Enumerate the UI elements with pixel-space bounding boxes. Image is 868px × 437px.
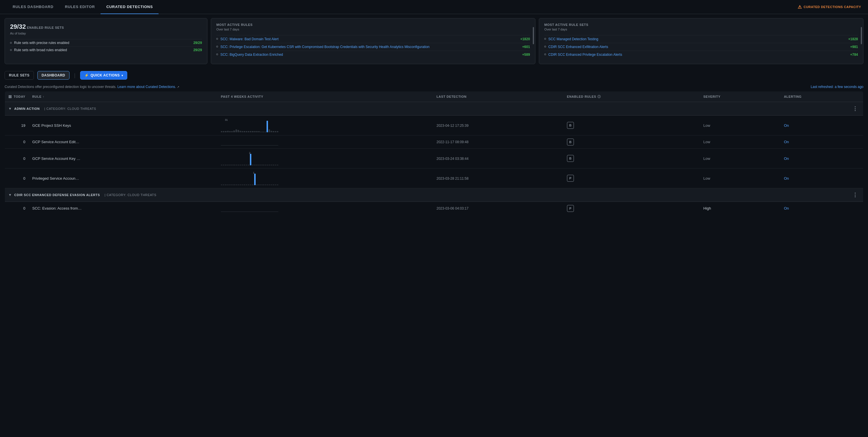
detection-time: 2022-11-17 08:09:48 — [437, 140, 468, 144]
bar — [233, 184, 235, 185]
bar — [225, 184, 226, 185]
bar — [267, 165, 268, 165]
col-rule[interactable]: RULE ↑ — [29, 91, 217, 102]
ruleset-count-0: +1828 — [848, 37, 858, 41]
dashboard-button[interactable]: DASHBOARD — [37, 71, 69, 80]
ruleset-link-2[interactable]: CDIR SCC Enhanced Privilege Escalation A… — [548, 53, 848, 57]
peak-label: 1 — [253, 171, 254, 174]
bar — [275, 165, 276, 165]
bar — [271, 165, 272, 165]
quick-actions-button[interactable]: ⚡ QUICK ACTIONS ▾ — [80, 71, 127, 80]
rule-link-0[interactable]: SCC: Malware: Bad Domain Test Alert — [220, 37, 518, 41]
bar — [227, 131, 229, 132]
table-row[interactable]: 19GCE Project SSH Keys312023-04-12 17:25… — [5, 116, 863, 136]
bar — [231, 131, 232, 132]
bar — [262, 132, 264, 132]
severity-cell: Low — [700, 136, 780, 149]
rule-link-2[interactable]: SCC: BigQuery Data Extraction Enriched — [220, 53, 520, 57]
bar — [256, 165, 258, 165]
bar — [236, 184, 237, 185]
tab-rules-editor[interactable]: RULES EDITOR — [59, 0, 100, 14]
chevron-toggle-icon[interactable]: ▼ — [8, 193, 12, 197]
detections-table-container: ⊠ TODAY RULE ↑ PAST 4 WEEKS ACTIVITY LAS… — [0, 91, 868, 220]
last-detection-cell: 2023-04-12 17:25:39 — [433, 116, 563, 136]
severity-cell: Low — [700, 116, 780, 136]
peak-label: 2 — [249, 151, 250, 154]
bar — [242, 165, 243, 165]
enabled-rules-cell: B — [563, 116, 700, 136]
rule-name-cell: GCP Service Account Key … — [29, 149, 217, 169]
col-today: ⊠ TODAY — [5, 91, 29, 102]
enabled-count: 29/32 — [10, 23, 26, 30]
active-ruleset-row-2: CDIR SCC Enhanced Privilege Escalation A… — [544, 51, 858, 58]
bar — [273, 184, 274, 185]
last-detection-cell: 2023-03-24 03:38:44 — [433, 149, 563, 169]
bar — [248, 184, 249, 185]
bar — [246, 131, 247, 132]
external-link-icon: ↗ — [177, 85, 179, 89]
table-row[interactable]: 0SCC: Evasion: Access from…2023-03-06 04… — [5, 202, 863, 215]
quick-actions-label: QUICK ACTIONS — [91, 73, 120, 77]
ruleset-link-0[interactable]: SCC Managed Detection Testing — [548, 37, 846, 41]
bar — [250, 184, 251, 185]
alerting-cell: On — [780, 136, 863, 149]
bar — [238, 165, 239, 165]
bar — [223, 165, 224, 165]
bar — [233, 130, 235, 132]
more-options-icon[interactable]: ⋮ — [851, 105, 860, 112]
broad-rules-value: 29/29 — [193, 48, 202, 52]
learn-more-link[interactable]: Learn more about Curated Detections. — [118, 85, 176, 89]
alerting-cell: On — [780, 116, 863, 136]
dot-icon — [544, 54, 546, 55]
dot-icon — [544, 38, 546, 40]
active-ruleset-row-0: SCC Managed Detection Testing +1828 — [544, 35, 858, 43]
scrollbar[interactable] — [861, 27, 862, 44]
bar — [229, 184, 230, 185]
tab-rules-dashboard[interactable]: RULES DASHBOARD — [7, 0, 59, 14]
curated-detections-capacity-alert[interactable]: ⚠ CURATED DETECTIONS CAPACITY — [798, 4, 861, 10]
warning-icon: ⚠ — [798, 4, 802, 10]
rule-name: GCE Project SSH Keys — [32, 123, 71, 128]
table-body: ▼ ADMIN ACTION | Category: Cloud Threats… — [5, 102, 863, 215]
ruleset-link-1[interactable]: CDIR SCC Enhanced Exfiltration Alerts — [548, 45, 848, 49]
bar — [260, 184, 262, 185]
bar — [221, 131, 222, 132]
bar — [250, 154, 251, 165]
info-circle-icon[interactable]: ⓘ — [597, 95, 601, 99]
bar — [229, 131, 230, 132]
rule-count-1: +601 — [522, 45, 530, 49]
alerting-cell: On — [780, 169, 863, 188]
rule-name-cell: GCE Project SSH Keys — [29, 116, 217, 136]
table-row[interactable]: 0GCP Service Account Key …22023-03-24 03… — [5, 149, 863, 169]
bar — [236, 129, 237, 132]
chevron-toggle-icon[interactable]: ▼ — [8, 107, 12, 111]
today-count: 0 — [5, 136, 29, 149]
group-row: ▼ ADMIN ACTION | Category: Cloud Threats… — [5, 102, 863, 116]
dot-icon — [10, 42, 12, 44]
table-header: ⊠ TODAY RULE ↑ PAST 4 WEEKS ACTIVITY LAS… — [5, 91, 863, 102]
col-activity: PAST 4 WEEKS ACTIVITY — [217, 91, 433, 102]
bar — [240, 184, 241, 185]
rule-type-badge: B — [567, 122, 574, 129]
alert-label: CURATED DETECTIONS CAPACITY — [804, 5, 861, 9]
bar — [256, 184, 258, 185]
bar — [225, 165, 226, 165]
bar — [269, 184, 270, 185]
alerting-value: On — [784, 206, 789, 210]
bar — [258, 184, 260, 185]
bar — [262, 184, 264, 185]
scrollbar[interactable] — [533, 27, 534, 44]
table-row[interactable]: 0GCP Service Account Edit…2022-11-17 08:… — [5, 136, 863, 149]
rule-type-badge: P — [567, 175, 574, 182]
bar — [221, 184, 222, 185]
rule-sets-button[interactable]: RULE SETS — [5, 71, 34, 80]
bar — [231, 184, 232, 185]
stat-row-precise: Rule sets with precise rules enabled 29/… — [10, 39, 202, 46]
lightning-icon: ⚡ — [85, 73, 89, 77]
tab-curated-detections[interactable]: CURATED DETECTIONS — [100, 0, 159, 14]
more-options-icon[interactable]: ⋮ — [851, 191, 860, 199]
bar — [231, 165, 232, 165]
rule-link-1[interactable]: SCC: Privilege Escalation: Get Kubernete… — [220, 45, 520, 49]
active-rule-row-1: SCC: Privilege Escalation: Get Kubernete… — [216, 43, 530, 51]
table-row[interactable]: 0Privileged Service Accoun…12023-03-28 2… — [5, 169, 863, 188]
